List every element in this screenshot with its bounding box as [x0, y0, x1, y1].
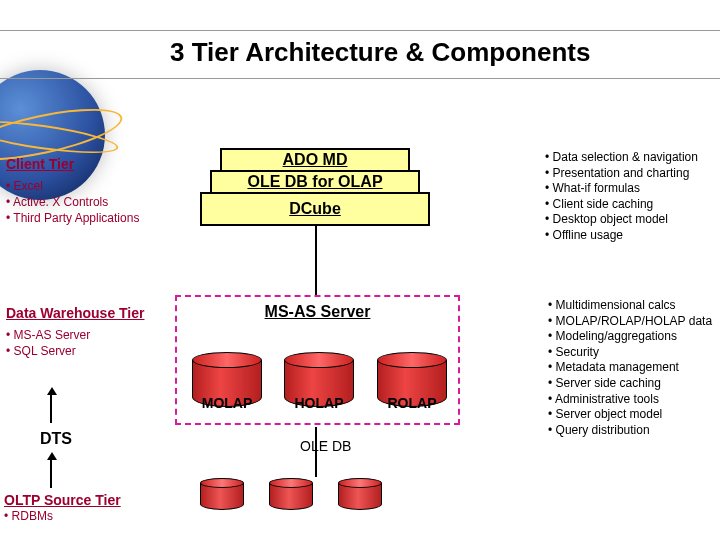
feature-item: MOLAP/ROLAP/HOLAP data — [548, 314, 720, 330]
feature-item: Data selection & navigation — [545, 150, 720, 166]
title-bar: 3 Tier Architecture & Components — [0, 30, 720, 79]
cylinder-label: MOLAP — [202, 395, 253, 411]
stack-dcube: DCube — [200, 192, 430, 226]
feature-item: Server object model — [548, 407, 720, 423]
connector-client-warehouse — [315, 226, 317, 295]
dts-label: DTS — [40, 430, 72, 448]
oltp-tier-item: RDBMs — [4, 508, 169, 524]
warehouse-tier-block: Data Warehouse Tier MS-AS Server SQL Ser… — [6, 305, 166, 359]
source-db-icon — [269, 478, 313, 510]
oltp-tier-block: OLTP Source Tier RDBMs — [4, 492, 169, 524]
oltp-tier-list: RDBMs — [4, 508, 169, 524]
cylinder-holap: HOLAP — [284, 352, 354, 407]
warehouse-tier-item: MS-AS Server — [6, 327, 166, 343]
cylinder-label: ROLAP — [388, 395, 437, 411]
stack-ado-md: ADO MD — [220, 148, 410, 172]
cylinder-rolap: ROLAP — [377, 352, 447, 407]
client-tier-heading: Client Tier — [6, 156, 181, 172]
client-tier-list: Excel Active. X Controls Third Party App… — [6, 178, 181, 227]
cylinder-molap: MOLAP — [192, 352, 262, 407]
feature-item: Offline usage — [545, 228, 720, 244]
arrow-dts-oltp — [50, 460, 52, 488]
feature-item: Multidimensional calcs — [548, 298, 720, 314]
client-tier-item: Active. X Controls — [6, 194, 181, 210]
feature-item: Query distribution — [548, 423, 720, 439]
warehouse-tier-item: SQL Server — [6, 343, 166, 359]
feature-item: Client side caching — [545, 197, 720, 213]
warehouse-box-title: MS-AS Server — [177, 303, 458, 321]
source-db-icon — [338, 478, 382, 510]
page-title: 3 Tier Architecture & Components — [170, 37, 710, 68]
oledb-label: OLE DB — [300, 438, 351, 454]
feature-item: Administrative tools — [548, 392, 720, 408]
feature-item: Modeling/aggregations — [548, 329, 720, 345]
stack-oledb-olap: OLE DB for OLAP — [210, 170, 420, 194]
client-stack: ADO MD OLE DB for OLAP DCube — [200, 150, 430, 226]
source-cylinders — [200, 478, 382, 510]
warehouse-tier-heading: Data Warehouse Tier — [6, 305, 166, 321]
client-tier-item: Third Party Applications — [6, 210, 181, 226]
cylinder-label: HOLAP — [295, 395, 344, 411]
feature-item: Metadata management — [548, 360, 720, 376]
feature-item: Server side caching — [548, 376, 720, 392]
source-db-icon — [200, 478, 244, 510]
client-features-list: Data selection & navigation Presentation… — [545, 150, 720, 244]
client-tier-block: Client Tier Excel Active. X Controls Thi… — [6, 156, 181, 227]
warehouse-box: MS-AS Server MOLAP HOLAP ROLAP — [175, 295, 460, 425]
oltp-tier-heading: OLTP Source Tier — [4, 492, 169, 508]
warehouse-tier-list: MS-AS Server SQL Server — [6, 327, 166, 359]
feature-item: Security — [548, 345, 720, 361]
feature-item: Desktop object model — [545, 212, 720, 228]
client-tier-item: Excel — [6, 178, 181, 194]
arrow-warehouse-dts — [50, 395, 52, 423]
feature-item: Presentation and charting — [545, 166, 720, 182]
warehouse-features-list: Multidimensional calcs MOLAP/ROLAP/HOLAP… — [548, 298, 720, 438]
feature-item: What-if formulas — [545, 181, 720, 197]
